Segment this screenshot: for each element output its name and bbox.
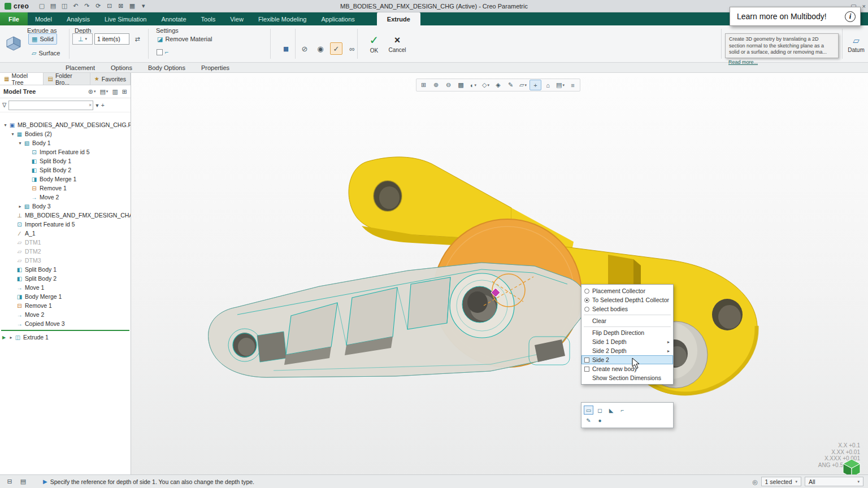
saved-views-icon[interactable]: ▤▾ [554,80,566,90]
tab-applications[interactable]: Applications [314,12,362,25]
read-more-link[interactable]: Read more... [728,59,758,65]
datum-button[interactable]: ▱ Datum [845,30,867,58]
remove-material-button[interactable]: ◪ Remove Material [154,33,216,45]
model-gray-body[interactable] [209,263,587,377]
tab-live-simulation[interactable]: Live Simulation [97,12,154,25]
browser-toggle-icon[interactable]: ▤ [18,477,28,487]
panel-tab-favorites[interactable]: ★Favorites [90,73,131,85]
tree-item-move-1[interactable]: →Move 1 [0,283,131,292]
save-icon[interactable]: ◫ [59,1,69,11]
tree-item-split-body-2[interactable]: ◧Split Body 2 [0,274,131,283]
edit-sketch-icon[interactable]: ✎ [584,416,593,425]
tree-columns-icon[interactable]: ▥ [112,88,118,95]
tab-annotate[interactable]: Annotate [154,12,193,25]
menu-item-create-new-body[interactable]: Create new body [581,364,673,373]
tab-flexible-modeling[interactable]: Flexible Modeling [251,12,314,25]
verify-icon[interactable]: ∞ [346,42,358,55]
shading-icon[interactable]: ◐▾ [467,80,479,90]
tab-model[interactable]: Model [28,12,59,25]
tree-item-body-3[interactable]: ▸▧Body 3 [0,202,131,211]
tree-item-split-body-2[interactable]: ◧Split Body 2 [0,165,131,175]
dropdown-icon[interactable]: ▾ [138,1,148,11]
tree-filter-input[interactable] [9,101,93,110]
display-style-icon[interactable]: ◇▾ [480,80,492,90]
model-tree-toggle-icon[interactable]: ⊟ [5,477,15,487]
menu-item-side-2[interactable]: Side 2 [581,355,673,364]
view-manager-icon[interactable]: ≡ [567,80,579,90]
tab-extrude-active[interactable]: Extrude [377,12,420,25]
open-icon[interactable]: ▤ [48,1,58,11]
tree-item-body-merge-1[interactable]: ◨Body Merge 1 [0,175,131,184]
add-icon[interactable]: + [101,102,105,108]
menu-item-placement-collector[interactable]: Placement Collector [581,286,673,295]
ok-button[interactable]: ✓ OK [364,30,384,56]
quilt-icon[interactable]: ◻ [595,406,605,415]
menu-item-select-bodies[interactable]: Select bodies [581,304,673,313]
orientation-icon[interactable]: ⌂ [542,80,554,90]
preview-icon[interactable]: ◉ [314,42,327,55]
selected-count-dropdown[interactable]: 1 selected ▾ [761,477,801,486]
tree-item-import-feature-id-5[interactable]: ⊡Import Feature id 5 [0,220,131,229]
solid-body-icon[interactable]: ● [595,416,605,425]
dropdown-icon[interactable]: ▾ [96,102,98,108]
thicken-sketch-checkbox[interactable]: ⌐ [157,49,168,55]
multibody-banner[interactable]: Learn more on Multibody! i [730,7,861,26]
find-icon[interactable]: ◎ [752,478,757,485]
panel-tab-model-tree[interactable]: ▦Model Tree [0,73,44,85]
menu-item-show-section-dimensions[interactable]: Show Section Dimensions [581,373,673,382]
tree-item-mb-bodies-and-fmx-design-change[interactable]: ⊥MB_BODIES_AND_FMX_DESIGN_CHANGE [0,211,131,220]
menu-item-flip-depth-direction[interactable]: Flip Depth Direction [581,328,673,337]
tree-item-mb-bodies-and-fmx-design-chg-prt[interactable]: ▾▣MB_BODIES_AND_FMX_DESIGN_CHG.PRT [0,120,131,129]
no-preview-icon[interactable]: ⊘ [298,42,311,55]
datum-display-icon[interactable]: ▱▾ [517,80,529,90]
pause-icon[interactable]: ▮▮ [279,42,292,55]
cancel-button[interactable]: × Cancel [385,30,409,56]
placement-icon[interactable]: ▭ [584,406,593,415]
tree-item-split-body-1[interactable]: ◧Split Body 1 [0,265,131,274]
graphics-area[interactable]: ⊞⊕⊖▩◐▾◇▾◈✎▱▾+⌂▤▾≡ [131,73,868,474]
close-window-icon[interactable]: ⊠ [116,1,125,11]
depth-value-input[interactable] [94,33,129,45]
perspective-icon[interactable]: ◈ [492,80,504,90]
clear-icon[interactable]: × [89,102,92,108]
zoom-in-icon[interactable]: ⊕ [430,80,442,90]
repaint-icon[interactable]: ▩ [455,80,467,90]
tree-tools-icon[interactable]: ⊛▾ [88,88,96,95]
panel-tab-folder-bro[interactable]: ▤Folder Bro... [44,73,90,85]
tree-item-body-merge-1[interactable]: ◨Body Merge 1 [0,292,131,301]
tree-item-extrude-1[interactable]: ▶▸◫Extrude 1 [0,333,131,342]
undo-icon[interactable]: ↶ [71,1,80,11]
subtab-properties[interactable]: Properties [193,64,237,71]
tree-item-split-body-1[interactable]: ◧Split Body 1 [0,156,131,165]
menu-item-side-1-depth[interactable]: Side 1 Depth▸ [581,337,673,346]
expand-arrow-icon[interactable]: ▸ [17,204,23,209]
screen-icon[interactable]: ⊡ [105,1,114,11]
3d-model-view[interactable] [131,73,868,474]
expand-arrow-icon[interactable]: ▾ [2,123,8,128]
subtab-placement[interactable]: Placement [58,64,103,71]
close-icon[interactable]: × [862,3,866,10]
tree-item-copied-move-3[interactable]: →Copied Move 3 [0,319,131,328]
subtab-body-options[interactable]: Body Options [140,64,193,71]
tree-display-icon[interactable]: ▤▾ [99,88,108,95]
subtab-options[interactable]: Options [103,64,140,71]
windows-icon[interactable]: ▦ [127,1,137,11]
regenerate-icon[interactable]: ⟳ [93,1,103,11]
annotations-icon[interactable]: ✎ [505,80,517,90]
tree-item-move-2[interactable]: →Move 2 [0,310,131,319]
tree-list-icon[interactable]: ⊞ [122,88,127,95]
tree-item-bodies-2[interactable]: ▾▦Bodies (2) [0,129,131,138]
menu-item-side-2-depth[interactable]: Side 2 Depth▸ [581,346,673,355]
info-icon[interactable]: i [845,11,856,22]
flip-depth-icon[interactable]: ⇄ [132,33,143,45]
expand-arrow-icon[interactable]: ▾ [17,141,23,146]
tab-tools[interactable]: Tools [194,12,223,25]
tree-item-body-1[interactable]: ▾▧Body 1 [0,138,131,147]
tab-view[interactable]: View [223,12,251,25]
expand-arrow-icon[interactable]: ▸ [8,335,14,340]
section-icon[interactable]: ⌐ [618,406,627,415]
redo-icon[interactable]: ↷ [82,1,92,11]
file-tab[interactable]: File [0,12,28,25]
zoom-out-icon[interactable]: ⊖ [442,80,454,90]
tree-item-dtm3[interactable]: ▱DTM3 [0,256,131,265]
